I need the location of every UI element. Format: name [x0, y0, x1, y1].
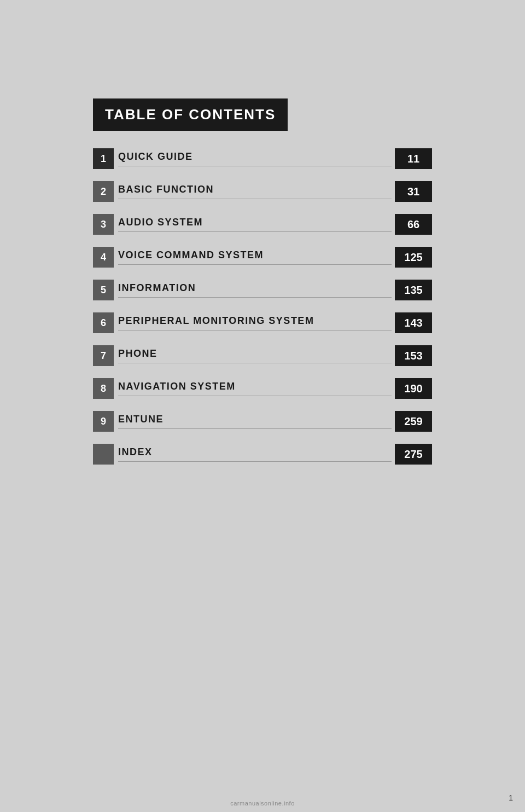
chapter-page: 135 [395, 280, 432, 300]
chapter-title: VOICE COMMAND SYSTEM [118, 250, 392, 265]
chapter-number: 8 [93, 378, 114, 399]
chapter-number: 1 [93, 148, 114, 169]
chapter-title: BASIC FUNCTION [118, 184, 392, 199]
chapter-number: 7 [93, 345, 114, 366]
toc-entry[interactable]: 5INFORMATION135 [93, 280, 432, 300]
chapter-page: 275 [395, 444, 432, 465]
chapter-label: QUICK GUIDE [118, 151, 392, 166]
toc-entry[interactable]: 1QUICK GUIDE11 [93, 148, 432, 169]
chapter-page: 143 [395, 312, 432, 333]
chapter-label: INDEX [118, 446, 392, 462]
chapter-page: 11 [395, 148, 432, 169]
toc-entry[interactable]: 6PERIPHERAL MONITORING SYSTEM143 [93, 312, 432, 333]
chapter-page: 31 [395, 181, 432, 202]
toc-entry[interactable]: 7PHONE153 [93, 345, 432, 366]
chapter-number: 4 [93, 247, 114, 268]
chapter-page: 259 [395, 411, 432, 432]
chapter-number: 6 [93, 312, 114, 333]
chapter-page: 66 [395, 214, 432, 235]
chapter-label: PHONE [118, 348, 392, 363]
chapter-page: 125 [395, 247, 432, 268]
chapter-label: ENTUNE [118, 414, 392, 429]
chapter-number: 2 [93, 181, 114, 202]
toc-entry[interactable]: 8NAVIGATION SYSTEM190 [93, 378, 432, 399]
chapter-label: BASIC FUNCTION [118, 184, 392, 199]
chapter-title: PHONE [118, 348, 392, 363]
toc-entry[interactable]: INDEX275 [93, 444, 432, 465]
chapter-number: 9 [93, 411, 114, 432]
toc-entries: 1QUICK GUIDE112BASIC FUNCTION313AUDIO SY… [93, 148, 432, 477]
toc-entry[interactable]: 3AUDIO SYSTEM66 [93, 214, 432, 235]
chapter-label: AUDIO SYSTEM [118, 217, 392, 232]
page-title: TABLE OF CONTENTS [105, 106, 276, 123]
chapter-title: AUDIO SYSTEM [118, 217, 392, 232]
toc-entry[interactable]: 9ENTUNE259 [93, 411, 432, 432]
chapter-number: 5 [93, 280, 114, 300]
chapter-title: INFORMATION [118, 282, 392, 298]
chapter-title: QUICK GUIDE [118, 151, 392, 166]
chapter-label: NAVIGATION SYSTEM [118, 381, 392, 396]
chapter-number [93, 444, 114, 465]
title-box: TABLE OF CONTENTS [93, 98, 288, 131]
chapter-title: PERIPHERAL MONITORING SYSTEM [118, 315, 392, 330]
chapter-title: NAVIGATION SYSTEM [118, 381, 392, 396]
chapter-label: PERIPHERAL MONITORING SYSTEM [118, 315, 392, 330]
chapter-page: 190 [395, 378, 432, 399]
chapter-title: ENTUNE [118, 414, 392, 429]
content-area: TABLE OF CONTENTS 1QUICK GUIDE112BASIC F… [93, 98, 432, 477]
page-container: TABLE OF CONTENTS 1QUICK GUIDE112BASIC F… [0, 0, 525, 812]
toc-entry[interactable]: 4VOICE COMMAND SYSTEM125 [93, 247, 432, 268]
chapter-title: INDEX [118, 446, 392, 462]
chapter-label: INFORMATION [118, 282, 392, 298]
toc-entry[interactable]: 2BASIC FUNCTION31 [93, 181, 432, 202]
chapter-number: 3 [93, 214, 114, 235]
watermark: carmanualsonline.info [0, 800, 525, 807]
chapter-page: 153 [395, 345, 432, 366]
chapter-label: VOICE COMMAND SYSTEM [118, 250, 392, 265]
